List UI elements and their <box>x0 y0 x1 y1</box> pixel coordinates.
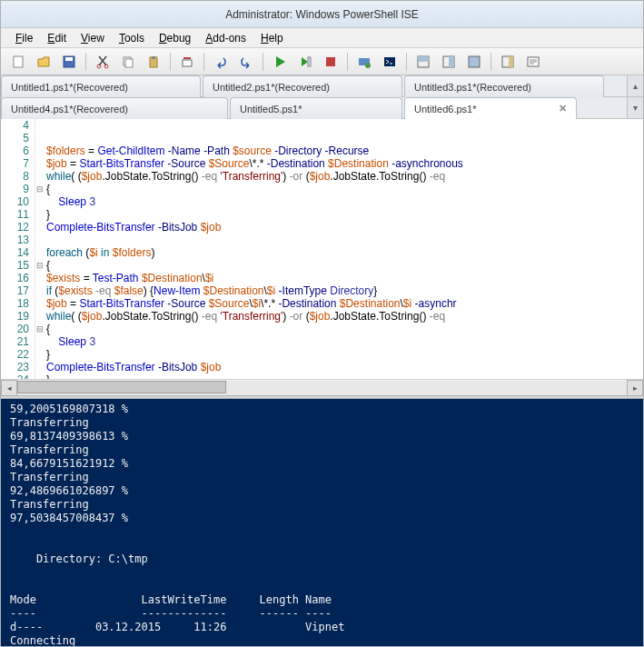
window-title: Administrator: Windows PowerShell ISE <box>225 8 419 21</box>
run-button[interactable] <box>268 51 292 73</box>
fold-gutter: ⊟⊟⊟ <box>35 119 45 379</box>
fold-toggle[interactable]: ⊟ <box>35 259 45 272</box>
menu-debug[interactable]: Debug <box>152 30 198 46</box>
close-icon[interactable]: ✕ <box>559 103 567 114</box>
new-remote-tab-button[interactable] <box>352 51 376 73</box>
scrollbar-track[interactable] <box>17 381 627 395</box>
svg-rect-6 <box>125 59 133 67</box>
start-powershell-button[interactable] <box>378 51 401 73</box>
window-titlebar: Administrator: Windows PowerShell ISE <box>1 1 643 28</box>
horizontal-scrollbar[interactable]: ◂ ▸ <box>1 379 643 395</box>
tab-untitled3[interactable]: Untitled3.ps1*(Recovered) <box>404 75 604 97</box>
redo-button[interactable] <box>234 51 258 73</box>
undo-button[interactable] <box>209 51 233 73</box>
tab-scroll-up[interactable]: ▴ <box>627 75 643 96</box>
tab-untitled6[interactable]: Untitled6.ps1*✕ <box>404 97 577 119</box>
tab-scroll-down[interactable]: ▾ <box>627 97 643 118</box>
tab-untitled1[interactable]: Untitled1.ps1*(Recovered) <box>1 75 201 97</box>
layout-script-top-button[interactable] <box>411 51 435 73</box>
svg-rect-0 <box>14 56 23 67</box>
scrollbar-thumb[interactable] <box>17 381 226 393</box>
layout-script-max-button[interactable] <box>462 51 486 73</box>
menu-tools[interactable]: Tools <box>112 30 152 46</box>
paste-button[interactable] <box>142 51 165 73</box>
script-editor: 456789101112131415161718192021222324 ⊟⊟⊟… <box>1 119 643 395</box>
svg-rect-14 <box>384 57 395 66</box>
svg-rect-10 <box>308 57 311 66</box>
tab-untitled4[interactable]: Untitled4.ps1*(Recovered) <box>1 97 228 119</box>
svg-rect-8 <box>152 56 155 59</box>
svg-rect-19 <box>469 56 480 67</box>
menu-view[interactable]: View <box>74 30 112 46</box>
console-pane[interactable]: 59,2005169807318 % Transferring 69,81374… <box>1 399 643 646</box>
show-command-button[interactable] <box>521 51 545 73</box>
svg-rect-11 <box>326 57 335 66</box>
stop-button[interactable] <box>319 51 342 73</box>
svg-rect-18 <box>449 56 454 67</box>
line-number-gutter: 456789101112131415161718192021222324 <box>1 119 35 379</box>
run-selection-button[interactable] <box>293 51 317 73</box>
svg-rect-21 <box>509 56 513 67</box>
save-button[interactable] <box>57 51 81 73</box>
tab-untitled5[interactable]: Untitled5.ps1* <box>230 97 402 119</box>
tab-untitled2[interactable]: Untitled2.ps1*(Recovered) <box>203 75 402 97</box>
clear-output-button[interactable] <box>175 51 199 73</box>
new-button[interactable] <box>6 51 30 73</box>
show-command-addon-button[interactable] <box>496 51 520 73</box>
copy-button[interactable] <box>116 51 140 73</box>
cut-button[interactable] <box>91 51 114 73</box>
code-content[interactable]: $folders = Get-ChildItem -Name -Path $so… <box>45 119 643 379</box>
svg-rect-9 <box>183 60 192 66</box>
svg-point-13 <box>365 63 371 68</box>
fold-toggle[interactable]: ⊟ <box>35 323 45 335</box>
menu-file[interactable]: File <box>8 30 40 46</box>
menu-edit[interactable]: Edit <box>40 30 74 46</box>
scroll-left-arrow[interactable]: ◂ <box>1 380 17 396</box>
menu-addons[interactable]: Add-ons <box>198 30 253 46</box>
tab-row-2: Untitled4.ps1*(Recovered) Untitled5.ps1*… <box>1 97 643 119</box>
layout-script-right-button[interactable] <box>437 51 461 73</box>
menu-bar: File Edit View Tools Debug Add-ons Help <box>1 28 643 48</box>
svg-rect-16 <box>418 56 429 62</box>
tab-row-1: Untitled1.ps1*(Recovered) Untitled2.ps1*… <box>1 75 643 97</box>
svg-rect-2 <box>65 57 73 61</box>
menu-help[interactable]: Help <box>253 30 291 46</box>
toolbar <box>1 48 643 75</box>
open-button[interactable] <box>32 51 55 73</box>
fold-toggle[interactable]: ⊟ <box>35 183 45 195</box>
scroll-right-arrow[interactable]: ▸ <box>627 380 643 396</box>
